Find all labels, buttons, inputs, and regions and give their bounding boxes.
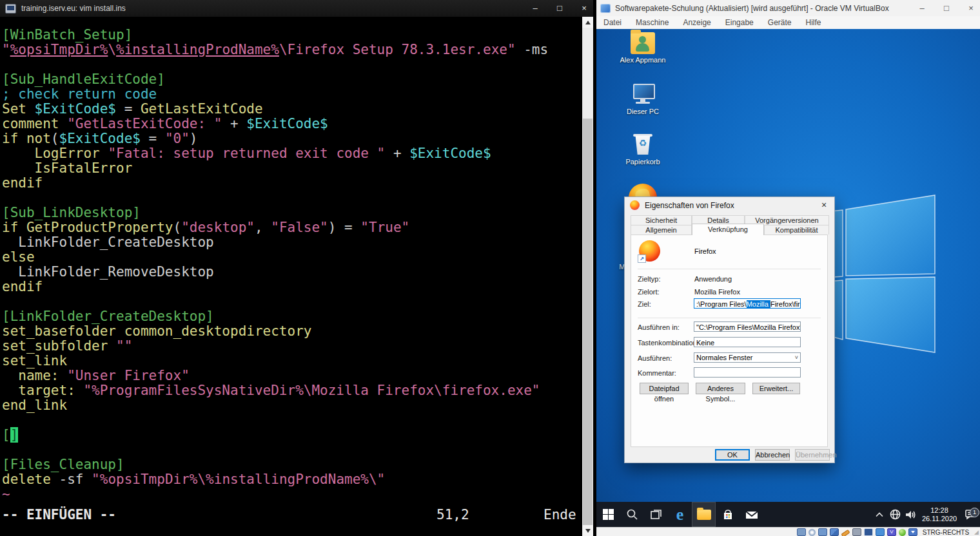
- task-view-icon: [650, 508, 663, 521]
- tab-verknuepfung[interactable]: Verknüpfung: [692, 224, 764, 235]
- mail-taskbar-button[interactable]: [740, 502, 763, 527]
- display-status-icon[interactable]: [864, 528, 873, 536]
- network-status-icon[interactable]: [830, 528, 839, 536]
- terminal-line: LogError "Fatal: setup returned exit cod…: [2, 146, 581, 161]
- ziel-label: Ziel:: [638, 300, 651, 308]
- search-button[interactable]: [620, 502, 644, 527]
- terminal-line: [Sub_HandleExitCode]: [2, 72, 581, 87]
- volume-tray-button[interactable]: [903, 510, 918, 520]
- dialog-title: Eigenschaften von Firefox: [645, 201, 734, 210]
- abbrechen-button[interactable]: Abbrechen: [755, 449, 790, 461]
- chevron-down-icon: ˅: [795, 352, 798, 363]
- start-button[interactable]: [596, 502, 620, 527]
- network-tray-button[interactable]: [887, 509, 903, 520]
- explorer-taskbar-button[interactable]: [692, 502, 716, 527]
- scroll-down-arrow[interactable]: [582, 525, 593, 536]
- ausfuehren-in-label: Ausführen in:: [638, 323, 680, 331]
- scroll-up-arrow[interactable]: [582, 17, 593, 28]
- desktop-icon-label: Dieser PC: [611, 108, 675, 115]
- selected-text: Mozilla: [747, 300, 770, 308]
- audio-status-icon[interactable]: [818, 528, 827, 536]
- putty-minimize-button[interactable]: –: [530, 3, 540, 14]
- shortcut-arrow-icon: ↗: [638, 254, 646, 263]
- terminal-line: endif: [2, 280, 581, 294]
- vbox-close-button[interactable]: ×: [966, 3, 976, 14]
- dialog-tabs: Sicherheit Details Vorgängerversionen Al…: [631, 215, 829, 235]
- chevron-up-icon: [876, 512, 883, 517]
- menu-maschine[interactable]: Maschine: [629, 18, 676, 27]
- ziel-input[interactable]: :\Program Files\Mozilla Firefox\firefox.…: [694, 298, 801, 309]
- erweitert-button[interactable]: Erweitert...: [752, 383, 800, 394]
- menu-geraete[interactable]: Geräte: [761, 18, 799, 27]
- vm-desktop[interactable]: Alex Appmann Dieser PC ♻ Papierkorb ↗: [596, 29, 980, 527]
- tastenkombination-label: Tastenkombination:: [638, 339, 699, 347]
- terminal-line: [WinBatch_Setup]: [2, 28, 581, 43]
- vbox-maximize-button[interactable]: □: [941, 3, 952, 14]
- resize-grip[interactable]: ◢: [974, 529, 979, 535]
- tray-chevron-button[interactable]: [872, 512, 887, 517]
- kommentar-input[interactable]: [694, 367, 801, 378]
- tab-kompatibilitaet[interactable]: Kompatibilität: [764, 225, 829, 235]
- action-center-button[interactable]: 1: [961, 509, 980, 520]
- scrollbar-thumb[interactable]: [583, 119, 593, 525]
- task-view-button[interactable]: [644, 502, 668, 527]
- menu-datei[interactable]: Datei: [596, 18, 629, 27]
- hdd-status-icon[interactable]: [797, 528, 806, 536]
- ausfuehren-dropdown[interactable]: Normales Fenster ˅: [694, 352, 801, 363]
- dialog-close-button[interactable]: ×: [816, 198, 832, 211]
- ok-button[interactable]: OK: [715, 449, 750, 461]
- desktop-icon-label: Papierkorb: [611, 158, 675, 166]
- shared-folders-status-icon[interactable]: [876, 528, 885, 536]
- virtualbox-statusbar: V STRG-RECHTS ◢: [596, 527, 980, 536]
- host-key-label: STRG-RECHTS: [923, 529, 969, 536]
- terminal-line: [2, 191, 581, 206]
- usb-status-icon[interactable]: [852, 528, 861, 536]
- dialog-titlebar[interactable]: Eigenschaften von Firefox ×: [625, 197, 834, 213]
- terminal-line: LinkFolder_CreateDesktop: [2, 235, 581, 250]
- menu-eingabe[interactable]: Eingabe: [718, 18, 761, 27]
- putty-titlebar[interactable]: training.iserv.eu: vim install.ins – □ ×: [0, 0, 593, 17]
- tab-sicherheit[interactable]: Sicherheit: [631, 215, 692, 225]
- tab-allgemein[interactable]: Allgemein: [631, 225, 692, 235]
- putty-close-button[interactable]: ×: [579, 3, 589, 14]
- store-taskbar-button[interactable]: [716, 502, 740, 527]
- virtualbox-window: Softwarepakete-Schulung (Aktualisiert) […: [596, 0, 980, 536]
- dateipfad-oeffnen-button[interactable]: Dateipfad öffnen: [640, 383, 689, 394]
- keyboard-capture-status-icon[interactable]: [908, 528, 917, 536]
- vbox-minimize-button[interactable]: –: [917, 3, 927, 14]
- windows-logo-wallpaper: [816, 187, 945, 374]
- terminal-scrollbar[interactable]: [582, 17, 593, 536]
- menu-anzeige[interactable]: Anzeige: [676, 18, 718, 27]
- mouse-integration-status-icon[interactable]: [899, 529, 906, 536]
- edge-taskbar-button[interactable]: e: [668, 502, 692, 527]
- file-explorer-icon: [697, 510, 711, 520]
- ausfuehren-in-input[interactable]: "C:\Program Files\Mozilla Firefox": [694, 321, 801, 332]
- menu-hilfe[interactable]: Hilfe: [798, 18, 828, 27]
- features-status-icon[interactable]: V: [887, 528, 896, 536]
- terminal-line: [2, 294, 581, 309]
- windows-taskbar: e: [596, 502, 980, 527]
- desktop-icon-user-folder[interactable]: Alex Appmann: [611, 32, 675, 64]
- clock-time: 12:28: [919, 506, 959, 515]
- terminal-line: [LinkFolder_CreateDesktop]: [2, 309, 581, 324]
- anderes-symbol-button[interactable]: Anderes Symbol...: [696, 383, 745, 394]
- uebernehmen-button[interactable]: Übernehmen: [795, 449, 830, 461]
- putty-maximize-button[interactable]: □: [554, 3, 565, 14]
- virtualbox-titlebar[interactable]: Softwarepakete-Schulung (Aktualisiert) […: [596, 0, 980, 16]
- terminal-line: name: "Unser Firefox": [2, 368, 581, 383]
- terminal-line: "%opsiTmpDir%\%installingProdName%\Firef…: [2, 43, 581, 57]
- tastenkombination-input[interactable]: Keine: [694, 337, 801, 347]
- optical-disc-status-icon[interactable]: [808, 529, 816, 536]
- mail-icon: [745, 508, 759, 521]
- desktop-icon-this-pc[interactable]: Dieser PC: [611, 84, 675, 115]
- terminal-line: LinkFolder_RemoveDesktop: [2, 265, 581, 280]
- terminal-line: [2, 57, 581, 72]
- terminal-text[interactable]: [WinBatch_Setup]"%opsiTmpDir%\%installin…: [2, 28, 581, 502]
- desktop-icon-recycle-bin[interactable]: ♻ Papierkorb: [611, 134, 675, 166]
- terminal-line: else: [2, 250, 581, 265]
- taskbar-clock[interactable]: 12:28 26.11.2020: [919, 506, 959, 523]
- recording-status-icon[interactable]: [841, 529, 850, 536]
- recycle-bin-icon: ♻: [631, 134, 655, 156]
- terminal-line: Set $ExitCode$ = GetLastExitCode: [2, 102, 581, 117]
- speaker-icon: [905, 510, 916, 520]
